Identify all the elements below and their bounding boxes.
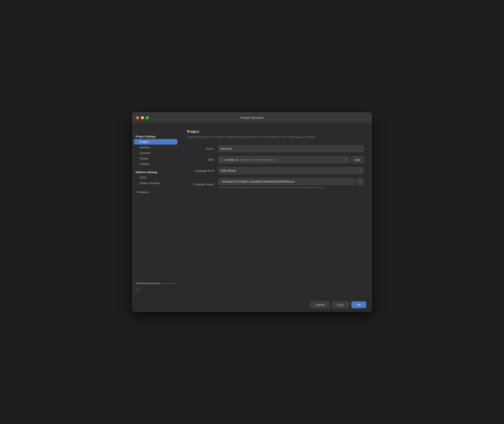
name-row: Name: [187, 145, 364, 152]
sidebar-item-problems[interactable]: Problems [134, 189, 177, 195]
compiler-output-input[interactable] [218, 178, 356, 185]
folder-icon: 🗀 [359, 180, 362, 183]
sidebar-item-libraries[interactable]: Libraries [134, 150, 177, 156]
language-level-label: Language level: [187, 169, 218, 172]
nav-row: ← → [132, 127, 179, 133]
sidebar-item-artifacts[interactable]: Artifacts [134, 161, 177, 167]
sidebar-item-modules[interactable]: Modules [134, 145, 177, 150]
sidebar-item-libraries-label: Libraries [139, 151, 151, 155]
scrollbar-thumb [136, 283, 160, 284]
scrollbar-track[interactable] [136, 283, 176, 284]
sdk-control: ⊡ corretto-11 Amazon Corretto version 11… [218, 156, 364, 163]
sidebar-item-project-label: Project [139, 140, 148, 143]
compiler-row: 🗀 [218, 178, 364, 185]
apply-button[interactable]: Apply [332, 301, 349, 308]
compiler-output-row: Compiler output: 🗀 Used for module subdi… [187, 178, 364, 189]
sdk-icon: ⊡ [220, 158, 223, 162]
footer: Cancel Apply OK [132, 298, 372, 312]
close-button[interactable] [136, 116, 139, 119]
sdk-row-inner: ⊡ corretto-11 Amazon Corretto version 11… [218, 156, 364, 163]
sidebar-item-global-libraries-label: Global Libraries [139, 181, 160, 185]
window-controls [136, 116, 149, 119]
sidebar-item-facets[interactable]: Facets [134, 156, 177, 161]
language-level-chevron-icon: ▾ [360, 169, 361, 172]
folder-browse-button[interactable]: 🗀 [357, 178, 364, 185]
sidebar-item-sdks-label: SDKs [139, 176, 147, 179]
titlebar: Project Structure [132, 112, 372, 123]
compiler-output-control: 🗀 Used for module subdirectories, Produc… [218, 178, 364, 189]
language-level-dropdown[interactable]: SDK default ▾ [218, 167, 364, 174]
name-control [218, 145, 364, 152]
sidebar: ← → Project Settings Project Modules Lib… [132, 123, 179, 298]
forward-button[interactable]: → [140, 127, 144, 131]
main-content: Project Default settings for all modules… [179, 123, 372, 298]
minimize-button[interactable] [141, 116, 144, 119]
sidebar-item-modules-label: Modules [139, 146, 150, 149]
ok-button[interactable]: OK [351, 301, 366, 308]
section-title: Project [187, 130, 364, 134]
window-body: ← → Project Settings Project Modules Lib… [132, 123, 372, 298]
sidebar-item-facets-label: Facets [139, 157, 148, 160]
language-level-row: Language level: SDK default ▾ [187, 167, 364, 174]
section-subtitle: Default settings for all modules. Config… [187, 135, 364, 139]
back-button[interactable]: ← [136, 127, 139, 131]
sdk-dropdown[interactable]: ⊡ corretto-11 Amazon Corretto version 11… [218, 156, 349, 163]
sdk-dropdown-left: ⊡ corretto-11 Amazon Corretto version 11… [220, 158, 276, 162]
platform-settings-label: Platform Settings [132, 169, 179, 175]
chevron-down-icon: ▾ [346, 158, 347, 161]
sdk-label: SDK: [187, 158, 218, 162]
sdk-name: corretto-11 [225, 158, 239, 162]
language-level-value: SDK default [220, 169, 236, 172]
project-settings-label: Project Settings [132, 133, 179, 139]
window-title: Project Structure [240, 116, 264, 119]
sdk-version: Amazon Corretto version 11. [240, 158, 276, 162]
project-structure-window: Project Structure ← → Project Settings P… [132, 112, 372, 312]
sdk-row: SDK: ⊡ corretto-11 Amazon Corretto versi… [187, 156, 364, 163]
help-button[interactable]: ? [136, 288, 140, 293]
language-level-control: SDK default ▾ [218, 167, 364, 174]
name-input[interactable] [218, 145, 364, 152]
compiler-output-label: Compiler output: [187, 181, 218, 186]
name-label: Name: [187, 147, 218, 150]
sidebar-item-artifacts-label: Artifacts [139, 162, 150, 166]
maximize-button[interactable] [146, 116, 149, 119]
sidebar-item-global-libraries[interactable]: Global Libraries [134, 180, 177, 186]
sdk-edit-button[interactable]: Edit [351, 156, 364, 163]
sidebar-item-project[interactable]: Project [134, 139, 177, 145]
sidebar-item-sdks[interactable]: SDKs [134, 175, 177, 180]
sidebar-item-problems-label: Problems [137, 191, 149, 194]
compiler-output-hint: Used for module subdirectories, Producti… [218, 186, 364, 189]
cancel-button[interactable]: Cancel [310, 301, 329, 308]
